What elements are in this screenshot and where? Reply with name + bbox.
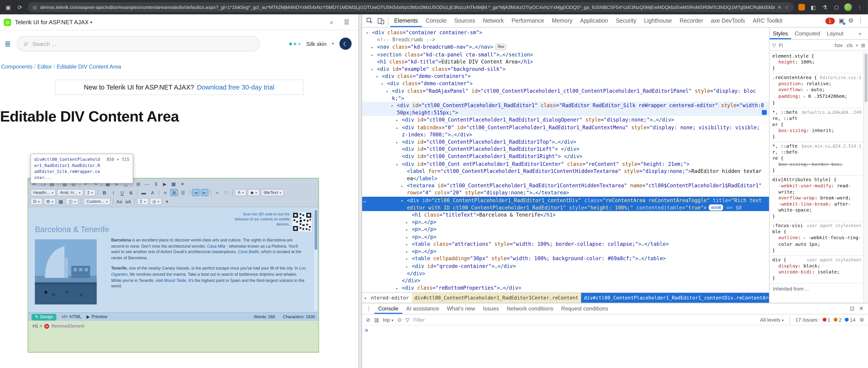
- context-selector[interactable]: top ▾: [383, 317, 393, 322]
- rule-selector[interactable]: *, ::after, ::before {: [772, 143, 800, 162]
- console-filter-funnel-icon[interactable]: ▽: [405, 316, 409, 323]
- apply-class-dropdown[interactable]: titleText▾: [261, 189, 284, 196]
- dom-tree-line[interactable]: ▸<table class="attractions" style="width…: [362, 240, 769, 247]
- dom-tree-line[interactable]: <div id="ctl00_ContentPlaceholder1_RadEd…: [362, 145, 769, 153]
- special-char-dropdown[interactable]: Ω▾: [30, 198, 42, 205]
- tab-sources[interactable]: Sources: [451, 14, 479, 27]
- skin-caret-icon[interactable]: ▾: [332, 41, 334, 46]
- drawer-tab-request-conditions[interactable]: Request conditions: [557, 303, 612, 314]
- trial-download-link[interactable]: Download free 30-day trial: [197, 83, 275, 91]
- breadcrumb-components[interactable]: Components: [1, 64, 32, 70]
- stylesheet-link[interactable]: user agent stylesheet: [807, 223, 861, 235]
- dom-tree-line[interactable]: ▸<p>…</p>: [362, 233, 769, 240]
- content-link[interactable]: Casa Batllo: [238, 249, 259, 254]
- css-property[interactable]: box-sizing: border-box;: [772, 161, 861, 167]
- issues-label[interactable]: 17 Issues:: [795, 317, 819, 322]
- clear-console-icon[interactable]: ⊘: [366, 316, 370, 323]
- url-text[interactable]: demos.telerik.com/aspnet-ajax/editor/exa…: [40, 4, 775, 10]
- outdent-button[interactable]: ⇤: [201, 189, 209, 196]
- devtools-menu-icon[interactable]: ⋮: [858, 17, 864, 24]
- new-style-rule-button[interactable]: +: [856, 42, 858, 48]
- dom-tree-line[interactable]: <h1 class="titleText">Barcelona & Teneri…: [362, 211, 769, 219]
- dom-tree-line[interactable]: <h1 class="kd-title">Editable DIV Conten…: [362, 58, 769, 65]
- css-property[interactable]: position: relative;: [772, 80, 861, 87]
- extension-icon[interactable]: ◧: [809, 3, 817, 11]
- more-tabs-icon[interactable]: »: [859, 31, 868, 36]
- search-input[interactable]: ⌕ Search ...: [17, 36, 259, 52]
- twisty-icon[interactable]: ▸: [396, 125, 398, 132]
- style-rule[interactable]: *, ::after, ::before {base.min.cs…024.2.…: [771, 142, 863, 176]
- dom-tree-line[interactable]: ▸<p>…</p>: [362, 226, 769, 233]
- extension-orange-icon[interactable]: [798, 3, 806, 11]
- dom-tree-line[interactable]: ▾<div id="ctl00_ContentPlaceholder1_RadE…: [362, 102, 769, 116]
- tab-arc-toolkit[interactable]: ARC Toolkit: [749, 14, 786, 27]
- dom-tree-line[interactable]: ▸<section class="kd-cta-panel cta-small"…: [362, 51, 769, 58]
- tab-network[interactable]: Network: [479, 14, 507, 27]
- custom-links-dropdown[interactable]: Custom...▾: [84, 198, 111, 205]
- tab-memory[interactable]: Memory: [548, 14, 577, 27]
- rule-selector[interactable]: .reContentArea {: [772, 75, 817, 81]
- header-menu-icon[interactable]: ☰: [341, 19, 353, 26]
- bold-button[interactable]: B: [100, 189, 108, 196]
- drawer-close-icon[interactable]: ✕: [859, 306, 863, 312]
- dom-tree-line[interactable]: ▸<textarea id="ctl00_ContentPlaceholder1…: [362, 182, 769, 196]
- module-dropdown[interactable]: ◫▾: [66, 198, 79, 205]
- shape-dropdown[interactable]: ◆▾: [248, 189, 260, 196]
- styles-tab-styles[interactable]: Styles: [770, 28, 791, 39]
- preview-mode-button[interactable]: ▶Preview: [86, 314, 107, 319]
- styles-filter-input[interactable]: Fi: [779, 42, 783, 48]
- flask-icon[interactable]: ⚗: [821, 3, 829, 11]
- remove-element-label[interactable]: RemoveElement: [52, 324, 84, 329]
- twisty-icon[interactable]: ▾: [401, 198, 403, 205]
- drawer-tab-what-s-new[interactable]: What's new: [443, 303, 479, 314]
- crumb-scroll-left-icon[interactable]: ◂: [362, 295, 368, 300]
- tab-performance[interactable]: Performance: [507, 14, 548, 27]
- stylesheet-link[interactable]: base.min.cs…024.2.514:1: [802, 143, 861, 162]
- filter-funnel-icon[interactable]: ▽: [772, 42, 776, 48]
- dom-tree-line[interactable]: ▾<div class="demo-container">: [362, 80, 769, 87]
- style-rule[interactable]: .reContentArea {EditorLite.css:1position…: [771, 73, 863, 108]
- style-rule[interactable]: element.style {height: 100%;}: [771, 52, 863, 73]
- design-mode-button[interactable]: ✎Design: [32, 314, 57, 320]
- css-property[interactable]: padding: ▸ 0 .35714286em;: [772, 93, 861, 100]
- dom-tree-line[interactable]: <label for="ctl00_ContentPlaceholder1_Ra…: [362, 167, 769, 182]
- style-rule[interactable]: *, ::before, ::after {defaultcs.a…DAkaDA…: [771, 108, 863, 142]
- style-rule[interactable]: div {user agent stylesheetdisplay: block…: [771, 256, 863, 283]
- font-size-dropdown[interactable]: 2▾: [84, 189, 96, 196]
- table-icon[interactable]: ⊞: [134, 180, 142, 187]
- dom-tree-line[interactable]: ▸<table cellpadding="30px" style="width:…: [362, 255, 769, 262]
- grid-icon[interactable]: ▦: [57, 198, 65, 205]
- dom-tree-line[interactable]: <input id="ctl00_ContentPlaceholder1_Rad…: [362, 292, 769, 292]
- content-link[interactable]: Mount Teide: [164, 278, 186, 283]
- device-toolbar-icon[interactable]: [375, 15, 386, 26]
- tag-path[interactable]: H1 >: [33, 324, 42, 329]
- breadcrumb-node[interactable]: div#ctl00_ContentPlaceholder1_RadEditor1…: [412, 293, 581, 303]
- dom-tree-line[interactable]: ▸<div class="reBottomProperties">…</div>: [362, 284, 769, 292]
- issue-count[interactable]: 1: [823, 317, 830, 322]
- live-expression-icon[interactable]: ⊙: [397, 316, 402, 323]
- devtools-panel-icon[interactable]: ▣: [839, 17, 844, 24]
- side-panel-icon[interactable]: ▣: [4, 3, 12, 11]
- dom-tree-line[interactable]: ▸<div id="qrcode-container">…</div>: [362, 262, 769, 270]
- horizontal-rule-icon[interactable]: —: [143, 180, 151, 187]
- styles-scrollbar[interactable]: [863, 52, 868, 303]
- zoom-dropdown[interactable]: ◎▾: [150, 198, 162, 205]
- css-property[interactable]: box-sizing: inherit;: [772, 128, 861, 134]
- badge-scroll[interactable]: scroll: [709, 204, 723, 211]
- log-levels-selector[interactable]: All levels ▾: [760, 317, 784, 322]
- header-search-icon[interactable]: ⌕: [327, 19, 337, 26]
- translate-icon[interactable]: A: [778, 4, 781, 10]
- dom-tree-line[interactable]: ▸<nav class="kd-breadcrumb-nav">…</nav>f…: [362, 43, 769, 51]
- dark-mode-toggle[interactable]: ☾: [339, 37, 351, 49]
- stylesheet-link[interactable]: defaultcs.a…DAkaDA.:249: [802, 109, 861, 128]
- dom-tree-line[interactable]: ▸<div id="ctl00_ContentPlaceholder1_RadE…: [362, 116, 769, 124]
- rule-selector[interactable]: element.style {: [772, 53, 814, 59]
- style-rule[interactable]: :focus-visible {user agent stylesheetout…: [771, 222, 863, 256]
- insert-table-dropdown[interactable]: ⊞▾: [43, 198, 56, 205]
- css-property[interactable]: overflow-wrap: break-word;: [772, 195, 861, 201]
- html-mode-button[interactable]: </>HTML: [61, 314, 82, 319]
- css-property[interactable]: height: 100%;: [772, 59, 861, 65]
- toc-icon[interactable]: ≣: [4, 39, 11, 48]
- rule-selector[interactable]: :focus-visible {: [772, 223, 804, 235]
- rule-selector[interactable]: div {: [772, 257, 786, 263]
